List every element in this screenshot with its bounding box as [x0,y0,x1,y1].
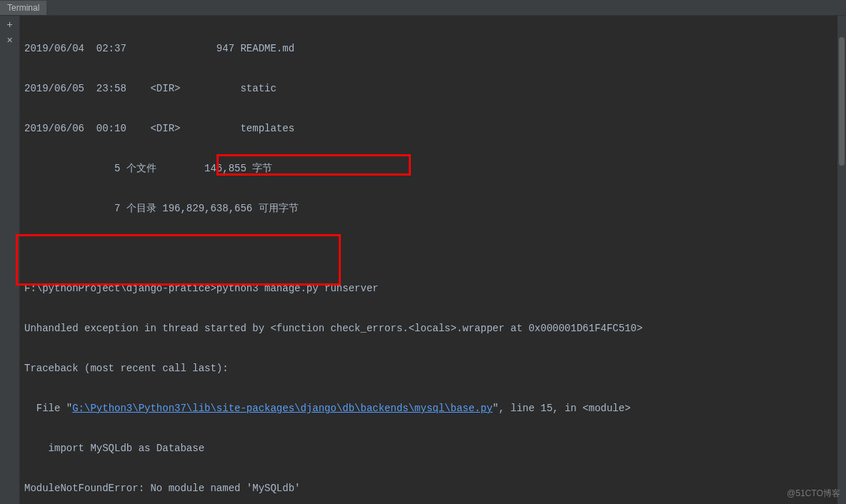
tab-bar: Terminal [0,0,846,16]
main-area: + × 2019/06/04 02:37 947 README.md 2019/… [0,16,846,504]
terminal-tab[interactable]: Terminal [0,1,46,15]
new-session-icon[interactable]: + [6,19,12,29]
output-line: 2019/06/04 02:37 947 README.md [24,39,846,59]
output-line: 5 个文件 146,855 字节 [24,158,846,178]
output-line: Traceback (most recent call last): [24,358,846,378]
scrollbar[interactable] [837,16,846,504]
command-line: F:\pythonProject\django-pratice>python3 … [24,278,846,298]
output-line: 2019/06/05 23:58 <DIR> static [24,79,846,99]
close-session-icon[interactable]: × [6,35,12,45]
error-line: ModuleNotFoundError: No module named 'My… [24,478,846,498]
watermark: @51CTO博客 [787,488,840,500]
gutter: + × [0,16,20,504]
output-line: File "G:\Python3\Python37\lib\site-packa… [24,398,846,418]
output-line: Unhandled exception in thread started by… [24,318,846,338]
terminal-output[interactable]: 2019/06/04 02:37 947 README.md 2019/06/0… [20,16,846,504]
output-line: 2019/06/06 00:10 <DIR> templates [24,119,846,138]
output-line: 7 个目录 196,829,638,656 可用字节 [24,198,846,218]
output-line: import MySQLdb as Database [24,438,846,458]
scroll-thumb[interactable] [839,37,845,166]
output-line [24,238,846,258]
file-link[interactable]: G:\Python3\Python37\lib\site-packages\dj… [72,403,492,414]
